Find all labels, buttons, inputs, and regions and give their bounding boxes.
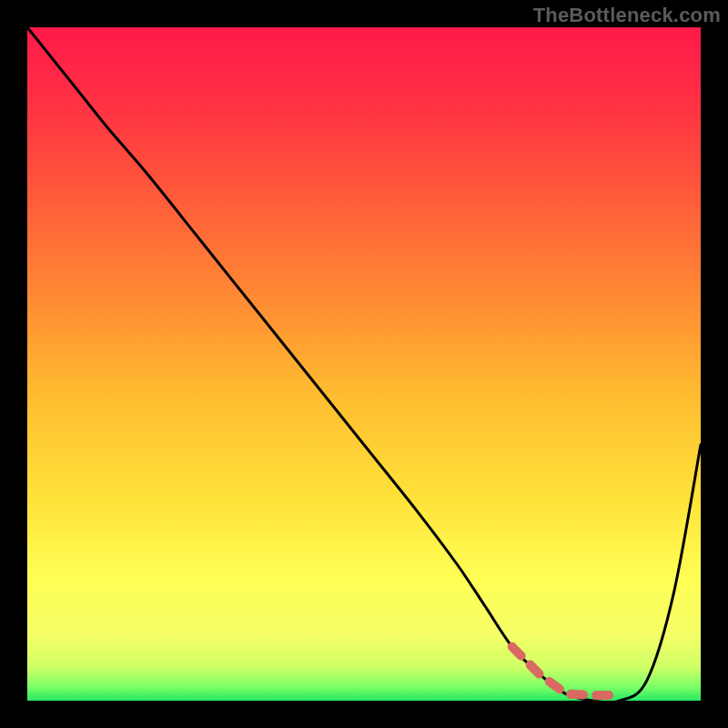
chart-frame: TheBottleneck.com: [0, 0, 728, 728]
gradient-background: [27, 27, 701, 701]
watermark-text: TheBottleneck.com: [533, 4, 721, 27]
bottleneck-chart: [27, 27, 701, 701]
plot-area: [27, 27, 701, 701]
